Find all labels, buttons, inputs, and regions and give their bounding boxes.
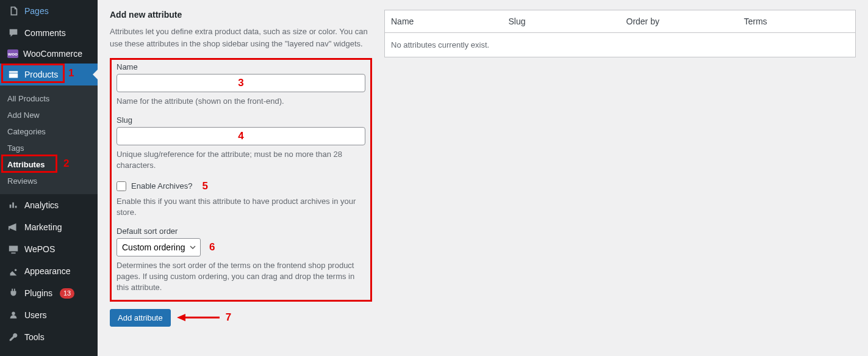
comments-icon — [7, 27, 20, 39]
appearance-icon — [7, 265, 20, 277]
sort-label: Default sort order — [117, 227, 365, 236]
submenu-all-products[interactable]: All Products — [0, 90, 98, 107]
sidebar-label: Analytics — [24, 200, 59, 210]
slug-label: Slug — [117, 115, 365, 125]
table-empty: No attributes currently exist. — [385, 33, 856, 57]
users-icon — [7, 309, 20, 321]
th-order[interactable]: Order by — [620, 10, 738, 33]
sidebar-item-users[interactable]: Users — [0, 304, 98, 326]
products-submenu: All Products Add New Categories Tags 2 A… — [0, 85, 98, 194]
annotation-arrow-icon — [177, 311, 220, 324]
pages-icon — [7, 5, 20, 17]
page-title: Add new attribute — [110, 10, 372, 20]
sidebar-item-pages[interactable]: Pages — [0, 0, 98, 22]
sidebar-label: Pages — [24, 6, 49, 16]
sidebar-label: Tools — [24, 332, 45, 342]
archives-checkbox[interactable] — [117, 181, 126, 191]
sidebar-item-plugins[interactable]: Plugins 13 — [0, 282, 98, 304]
archives-label: Enable Archives? — [131, 181, 192, 191]
woocommerce-icon: woo — [7, 49, 18, 58]
sort-help: Determines the sort order of the terms o… — [117, 260, 365, 294]
sidebar-label: Products — [24, 70, 58, 79]
name-input[interactable] — [117, 74, 365, 92]
admin-sidebar: Pages Comments woo WooCommerce 1 Product… — [0, 0, 98, 356]
wepos-icon — [7, 243, 20, 255]
sidebar-label: Marketing — [24, 222, 62, 232]
th-slug[interactable]: Slug — [503, 10, 620, 33]
submenu-attributes[interactable]: Attributes — [0, 156, 98, 173]
archives-help: Enable this if you want this attribute t… — [117, 196, 365, 218]
analytics-icon — [7, 199, 20, 211]
sidebar-item-tools[interactable]: Tools — [0, 326, 98, 348]
submenu-reviews[interactable]: Reviews — [0, 173, 98, 189]
sidebar-label: WePOS — [24, 244, 55, 254]
sidebar-item-wepos[interactable]: WePOS — [0, 238, 98, 260]
annotation-1: 1 — [68, 67, 74, 79]
main-content: Add new attribute Attributes let you def… — [98, 0, 868, 356]
submenu-categories[interactable]: Categories — [0, 123, 98, 140]
annotation-5: 5 — [202, 180, 207, 192]
name-label: Name — [117, 62, 365, 71]
sidebar-label: Appearance — [24, 266, 71, 276]
name-help: Name for the attribute (shown on the fro… — [117, 96, 365, 107]
page-intro: Attributes let you define extra product … — [110, 26, 372, 49]
plugins-icon — [7, 287, 20, 299]
sidebar-item-marketing[interactable]: Marketing — [0, 216, 98, 238]
th-name[interactable]: Name — [385, 10, 503, 33]
sidebar-item-comments[interactable]: Comments — [0, 22, 98, 44]
form-annotation-box: Name 3 Name for the attribute (shown on … — [110, 58, 372, 302]
submenu-tags[interactable]: Tags — [0, 140, 98, 156]
slug-input[interactable] — [117, 127, 365, 145]
th-terms[interactable]: Terms — [738, 10, 856, 33]
annotation-6: 6 — [209, 241, 215, 253]
sidebar-label: WooCommerce — [23, 49, 82, 59]
annotation-2: 2 — [63, 158, 69, 170]
products-icon — [7, 68, 20, 81]
submenu-add-new[interactable]: Add New — [0, 107, 98, 123]
marketing-icon — [7, 221, 20, 233]
attributes-table: Name Slug Order by Terms No attributes c… — [384, 10, 856, 57]
slug-help: Unique slug/reference for the attribute;… — [117, 149, 365, 171]
add-attribute-button[interactable]: Add attribute — [110, 309, 171, 327]
sidebar-item-products[interactable]: Products — [0, 64, 98, 85]
sidebar-label: Comments — [24, 28, 66, 38]
tools-icon — [7, 331, 20, 343]
sidebar-item-woocommerce[interactable]: woo WooCommerce — [0, 44, 98, 64]
sidebar-item-analytics[interactable]: Analytics — [0, 194, 98, 216]
sidebar-item-appearance[interactable]: Appearance — [0, 260, 98, 282]
sidebar-label: Users — [24, 310, 47, 320]
sort-select[interactable]: Custom ordering — [117, 238, 201, 256]
annotation-7: 7 — [226, 311, 231, 324]
plugins-badge: 13 — [60, 288, 74, 299]
sidebar-label: Plugins — [24, 288, 52, 298]
svg-marker-1 — [177, 314, 185, 321]
